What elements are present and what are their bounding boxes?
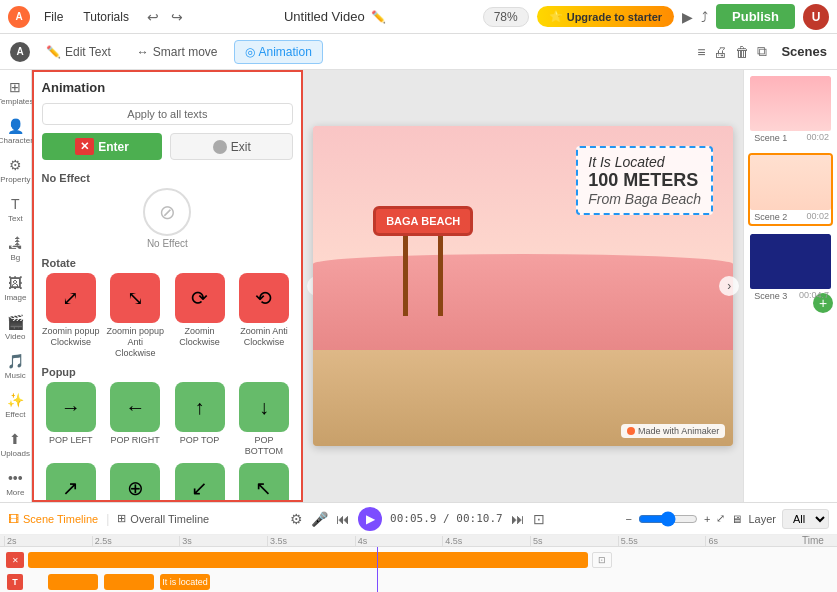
filter-icon[interactable]: ≡ <box>697 44 705 60</box>
timeline-controls: 🎞 Scene Timeline | ⊞ Overall Timeline ⚙ … <box>0 503 837 535</box>
canvas-frame: BAGA BEACH It Is Located 100 METERS From… <box>313 126 733 446</box>
sidebar-item-video[interactable]: 🎬 Video <box>0 309 30 346</box>
sidebar-item-image[interactable]: 🖼 Image <box>0 269 30 306</box>
copy-icon[interactable]: ⧉ <box>757 43 767 60</box>
pop-right-icon: ← <box>110 382 160 432</box>
anim-popup-top[interactable]: ↑ POP TOP <box>170 382 228 457</box>
track-ruler: 2s 2.5s 3s 3.5s 4s 4.5s 5s 5.5s 6s Time <box>0 535 837 547</box>
left-sidebar: ⊞ Templates 👤 Character ⚙ Property T Tex… <box>0 70 32 502</box>
plus-zoom[interactable]: + <box>704 513 710 525</box>
print-icon[interactable]: 🖨 <box>713 44 727 60</box>
subtitle-btn[interactable]: ⊡ <box>533 511 545 527</box>
sidebar-item-bg[interactable]: 🏞 Bg <box>0 230 30 267</box>
zoom-slider[interactable] <box>638 511 698 527</box>
anim-item-zoomin-anti-clockwise[interactable]: ⤡ Zoomin popup Anti Clockwise <box>106 273 164 358</box>
track-block-t2[interactable] <box>104 574 154 590</box>
pop-bottom-right-icon: ↗ <box>46 463 96 502</box>
exit-button[interactable]: Exit <box>170 133 293 160</box>
timeline-area: 🎞 Scene Timeline | ⊞ Overall Timeline ⚙ … <box>0 502 837 592</box>
beach-sign: BAGA BEACH <box>373 206 473 236</box>
loop-icon[interactable]: 🖥 <box>731 513 742 525</box>
file-menu[interactable]: File <box>38 8 69 26</box>
settings-icon-btn[interactable]: ⚙ <box>290 511 303 527</box>
sidebar-item-uploads[interactable]: ⬆ Uploads <box>0 426 30 463</box>
text-box[interactable]: It Is Located 100 METERS From Baga Beach <box>576 146 713 215</box>
upgrade-button[interactable]: ⭐ Upgrade to starter <box>537 6 674 27</box>
sidebar-item-text[interactable]: T Text <box>0 191 30 228</box>
track-icon-1: ✕ <box>6 552 24 568</box>
tab-smart-move[interactable]: ↔ Smart move <box>127 41 228 63</box>
enter-exit-row: ✕ Enter Exit <box>42 133 294 160</box>
anim-item-zoomin-cw[interactable]: ⟳ Zoomin Clockwise <box>170 273 228 358</box>
publish-button[interactable]: Publish <box>716 4 795 29</box>
text-underline-icon[interactable]: A <box>10 42 30 62</box>
sidebar-item-more[interactable]: ••• More <box>0 465 30 502</box>
tab-edit-text[interactable]: ✏️ Edit Text <box>36 41 121 63</box>
scene-thumb-2[interactable]: Scene 2 00:02 <box>748 153 833 226</box>
anim-popup-top-left[interactable]: ↖ POP TOP LEFT <box>235 463 293 502</box>
sidebar-item-music[interactable]: 🎵 Music <box>0 348 30 385</box>
overall-icon: ⊞ <box>117 512 126 525</box>
tl-divider: | <box>106 512 109 526</box>
animation-panel-title: Animation <box>42 80 294 95</box>
trash-icon[interactable]: 🗑 <box>735 44 749 60</box>
zoomin-acw-icon: ⟲ <box>239 273 289 323</box>
track-block-t1[interactable] <box>48 574 98 590</box>
ruler-mark-4s: 4s <box>355 536 443 546</box>
anim-popup-bottom-left[interactable]: ↙ POP BOTTOM LEFT <box>170 463 228 502</box>
minus-zoom[interactable]: − <box>626 513 632 525</box>
pop-left-icon: → <box>46 382 96 432</box>
anim-popup-bottom-right[interactable]: ↗ POP BOTTOM RIGHT <box>42 463 100 502</box>
sidebar-item-effect[interactable]: ✨ Effect <box>0 387 30 424</box>
image-icon: 🖼 <box>8 275 22 291</box>
title-edit-icon[interactable]: ✏️ <box>371 10 386 24</box>
anim-popup-right[interactable]: ← POP RIGHT <box>106 382 164 457</box>
canvas-right-arrow[interactable]: › <box>719 276 739 296</box>
mic-icon-btn[interactable]: 🎤 <box>311 511 328 527</box>
undo-button[interactable]: ↩ <box>143 7 163 27</box>
scene-1-preview <box>750 76 831 131</box>
anim-item-zoomin-acw[interactable]: ⟲ Zoomin Anti Clockwise <box>235 273 293 358</box>
zoomin-cw-icon: ⟳ <box>175 273 225 323</box>
layer-select[interactable]: All <box>782 509 829 529</box>
anim-popup-left[interactable]: → POP LEFT <box>42 382 100 457</box>
share-icon[interactable]: ⤴ <box>701 9 708 25</box>
app-logo[interactable]: A <box>8 6 30 28</box>
tab-animation[interactable]: ◎ Animation <box>234 40 323 64</box>
apply-all-button[interactable]: Apply to all texts <box>42 103 294 125</box>
anim-popup-bottom[interactable]: ↓ POP BOTTOM <box>235 382 293 457</box>
main-area: ⊞ Templates 👤 Character ⚙ Property T Tex… <box>0 70 837 502</box>
redo-button[interactable]: ↪ <box>167 7 187 27</box>
no-effect-item[interactable]: ⊘ No Effect <box>42 188 294 249</box>
enter-button[interactable]: ✕ Enter <box>42 133 163 160</box>
lock-icon-btn[interactable]: ⊡ <box>592 552 612 568</box>
scene-thumb-3[interactable]: Scene 3 00:04.7 <box>748 232 833 305</box>
character-icon: 👤 <box>7 118 24 134</box>
anim-popup-center[interactable]: ⊕ POP CENTER <box>106 463 164 502</box>
avatar[interactable]: U <box>803 4 829 30</box>
track-block-main[interactable] <box>28 552 588 568</box>
sidebar-item-property[interactable]: ⚙ Property <box>0 152 30 189</box>
time-display: 00:05.9 / 00:10.7 <box>390 512 503 525</box>
tutorials-menu[interactable]: Tutorials <box>77 8 135 26</box>
timeline-cursor[interactable] <box>377 547 378 592</box>
tl-right-controls: − + ⤢ 🖥 Layer All <box>626 509 829 529</box>
popup-grid: → POP LEFT ← POP RIGHT ↑ POP TOP ↓ POP B… <box>42 382 294 502</box>
scene-thumb-1[interactable]: Scene 1 00:02 <box>748 74 833 147</box>
more-icon: ••• <box>8 470 23 486</box>
uploads-icon: ⬆ <box>9 431 21 447</box>
scene-timeline-tab[interactable]: 🎞 Scene Timeline <box>8 513 98 525</box>
time-label: Time <box>793 535 833 546</box>
zoom-badge[interactable]: 78% <box>483 7 529 27</box>
skip-back-btn[interactable]: ⏮ <box>336 511 350 527</box>
skip-forward-btn[interactable]: ⏭ <box>511 511 525 527</box>
post-stick-right <box>438 236 443 316</box>
track-block-t3[interactable]: It is located <box>160 574 210 590</box>
play-button[interactable]: ▶ <box>358 507 382 531</box>
play-icon[interactable]: ▶ <box>682 9 693 25</box>
overall-timeline-tab[interactable]: ⊞ Overall Timeline <box>117 512 209 525</box>
anim-item-zoomin-clockwise[interactable]: ⤢ Zoomin popup Clockwise <box>42 273 100 358</box>
expand-icon[interactable]: ⤢ <box>716 512 725 525</box>
sidebar-item-templates[interactable]: ⊞ Templates <box>0 74 30 111</box>
sidebar-item-character[interactable]: 👤 Character <box>0 113 30 150</box>
